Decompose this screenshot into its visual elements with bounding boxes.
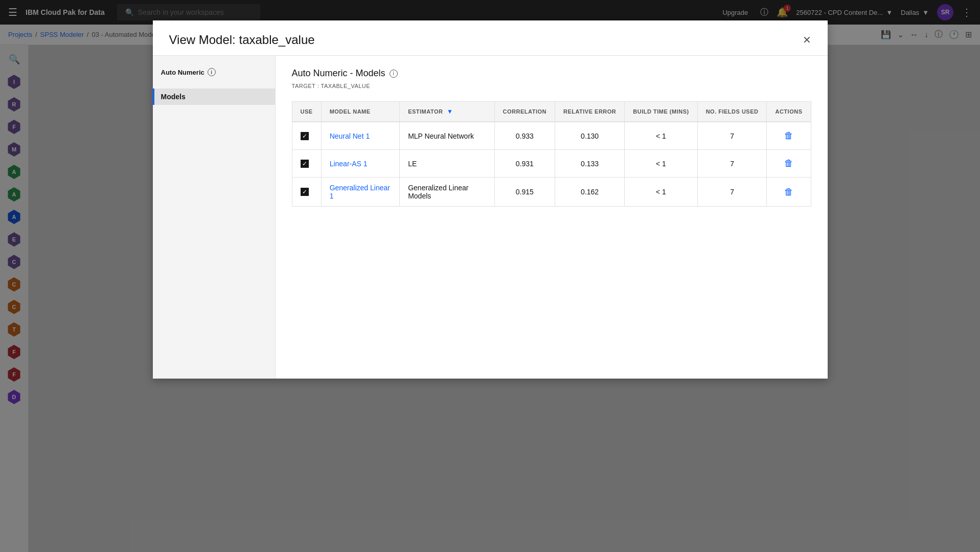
target-label: TARGET : TAXABLE_VALUE <box>292 83 811 89</box>
auto-numeric-label: Auto Numeric <box>161 69 204 76</box>
sort-down-icon: ▼ <box>447 108 453 115</box>
row1-no-fields-cell: 7 <box>697 122 767 150</box>
row1-build-time-cell: < 1 <box>625 122 697 150</box>
modal-title: View Model: taxable_value <box>169 33 315 47</box>
row3-checkbox[interactable]: ✓ <box>301 188 309 196</box>
row1-estimator-cell: MLP Neural Network <box>400 122 494 150</box>
col-build-time: BUILD TIME (MINS) <box>625 102 697 122</box>
checkbox-check-icon: ✓ <box>302 160 307 167</box>
view-model-modal: View Model: taxable_value ✕ Auto Numeric… <box>153 20 828 379</box>
row3-delete-button[interactable]: 🗑 <box>782 185 795 200</box>
row2-delete-button[interactable]: 🗑 <box>782 156 795 171</box>
section-info-icon[interactable]: i <box>390 70 398 78</box>
row2-no-fields-cell: 7 <box>697 150 767 178</box>
col-use: USE <box>292 102 321 122</box>
row2-model-name-cell: Linear-AS 1 <box>321 150 400 178</box>
row2-correlation-cell: 0.931 <box>494 150 555 178</box>
row1-correlation-cell: 0.933 <box>494 122 555 150</box>
section-title-text: Auto Numeric - Models <box>292 68 385 79</box>
row3-correlation-cell: 0.915 <box>494 178 555 207</box>
row3-model-name-cell: Generalized Linear 1 <box>321 178 400 207</box>
row2-relative-error-cell: 0.133 <box>555 150 624 178</box>
row3-relative-error-cell: 0.162 <box>555 178 624 207</box>
table-header-row: USE MODEL NAME ESTIMATOR ▼ CORRELATION R… <box>292 102 811 122</box>
row1-model-name-cell: Neural Net 1 <box>321 122 400 150</box>
row2-model-link[interactable]: Linear-AS 1 <box>330 160 368 168</box>
col-estimator[interactable]: ESTIMATOR ▼ <box>400 102 494 122</box>
row3-use-cell: ✓ <box>292 178 321 207</box>
col-correlation: CORRELATION <box>494 102 555 122</box>
auto-numeric-info-icon[interactable]: i <box>208 68 216 76</box>
row2-build-time-cell: < 1 <box>625 150 697 178</box>
row3-estimator-cell: Generalized Linear Models <box>400 178 494 207</box>
models-table: USE MODEL NAME ESTIMATOR ▼ CORRELATION R… <box>292 101 811 207</box>
modal-overlay: View Model: taxable_value ✕ Auto Numeric… <box>0 0 980 552</box>
col-no-fields: NO. FIELDS USED <box>697 102 767 122</box>
modal-sidebar-section: Auto Numeric i <box>153 68 275 89</box>
modal-sidebar-title: Auto Numeric i <box>161 68 267 76</box>
row3-actions-cell: 🗑 <box>767 178 811 207</box>
modal-main-content: Auto Numeric - Models i TARGET : TAXABLE… <box>276 56 828 379</box>
row1-use-cell: ✓ <box>292 122 321 150</box>
row1-model-link[interactable]: Neural Net 1 <box>330 132 370 140</box>
modal-close-button[interactable]: ✕ <box>803 34 811 46</box>
modal-nav-models[interactable]: Models <box>153 89 275 105</box>
row2-estimator-cell: LE <box>400 150 494 178</box>
col-model-name: MODEL NAME <box>321 102 400 122</box>
row1-actions-cell: 🗑 <box>767 122 811 150</box>
modal-body: Auto Numeric i Models Auto Numeric - Mod… <box>153 56 828 379</box>
row1-checkbox[interactable]: ✓ <box>301 132 309 140</box>
row3-no-fields-cell: 7 <box>697 178 767 207</box>
modal-sidebar: Auto Numeric i Models <box>153 56 276 379</box>
table-row: ✓ Neural Net 1 MLP Neural Network 0.933 … <box>292 122 811 150</box>
row3-build-time-cell: < 1 <box>625 178 697 207</box>
row1-relative-error-cell: 0.130 <box>555 122 624 150</box>
col-actions: ACTIONS <box>767 102 811 122</box>
col-relative-error: RELATIVE ERROR <box>555 102 624 122</box>
table-row: ✓ Generalized Linear 1 Generalized Linea… <box>292 178 811 207</box>
checkbox-check-icon: ✓ <box>302 188 307 195</box>
content-section-title: Auto Numeric - Models i <box>292 68 811 79</box>
table-row: ✓ Linear-AS 1 LE 0.931 0.133 < 1 7 <box>292 150 811 178</box>
row2-use-cell: ✓ <box>292 150 321 178</box>
table-body: ✓ Neural Net 1 MLP Neural Network 0.933 … <box>292 122 811 207</box>
table-header: USE MODEL NAME ESTIMATOR ▼ CORRELATION R… <box>292 102 811 122</box>
row2-checkbox[interactable]: ✓ <box>301 160 309 168</box>
row3-model-link[interactable]: Generalized Linear 1 <box>330 184 390 200</box>
modal-header: View Model: taxable_value ✕ <box>153 20 828 56</box>
row1-delete-button[interactable]: 🗑 <box>782 128 795 143</box>
checkbox-check-icon: ✓ <box>302 133 307 140</box>
row2-actions-cell: 🗑 <box>767 150 811 178</box>
